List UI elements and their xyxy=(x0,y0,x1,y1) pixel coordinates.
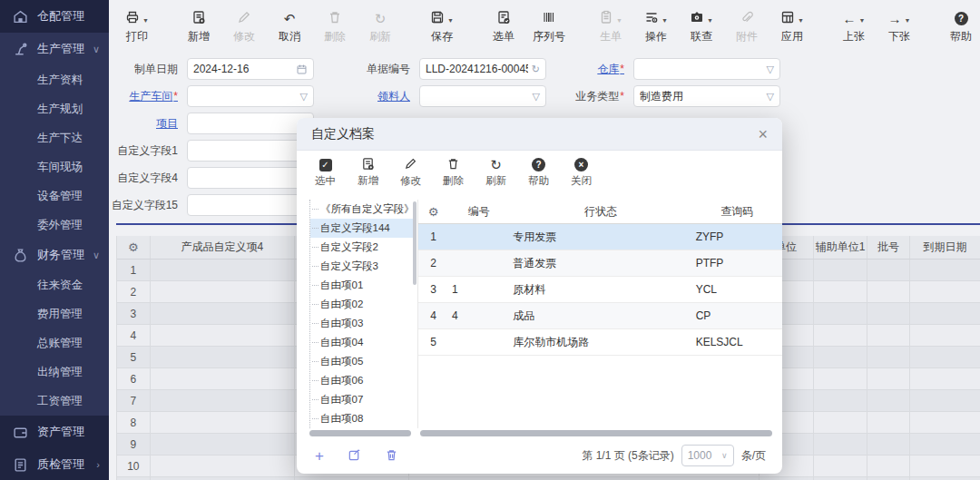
tree-item[interactable]: 自由项01 xyxy=(310,276,416,295)
sidebar-item-finance-mgmt[interactable]: 财务管理 ∨ xyxy=(0,240,109,270)
column-header: 编号 xyxy=(448,200,509,223)
funnel-icon[interactable]: ▽ xyxy=(767,64,774,75)
tree-item[interactable]: 《所有自定义字段》 xyxy=(310,200,416,219)
dialog-add-button[interactable]: 新增 xyxy=(358,157,378,188)
sidebar-item-current-funds[interactable]: 往来资金 xyxy=(0,270,109,299)
sidebar-item-outsourcing-mgmt[interactable]: 委外管理 xyxy=(0,211,109,240)
delete-row-icon[interactable] xyxy=(385,448,398,464)
dialog-close-icon[interactable]: × xyxy=(758,126,768,142)
sidebar-item-workshop-site[interactable]: 车间现场 xyxy=(0,152,109,181)
dialog-select-button[interactable]: ✓ 选中 xyxy=(315,157,336,188)
refresh-icon[interactable]: ↻ xyxy=(532,64,540,75)
project-label-link[interactable]: 项目 xyxy=(98,113,178,134)
caret-down-icon[interactable]: ▼ xyxy=(859,17,866,24)
sidebar-item-payroll-mgmt[interactable]: 工资管理 xyxy=(0,387,109,416)
table-row[interactable]: 4 4 成品 CP xyxy=(418,303,782,329)
serial-number-button[interactable]: 序列号 xyxy=(528,10,570,44)
dialog-delete-button[interactable]: 删除 xyxy=(443,157,464,188)
workshop-label-link[interactable]: 生产车间* xyxy=(98,85,178,107)
custom-field4-input[interactable] xyxy=(187,167,314,189)
caret-down-icon[interactable]: ▼ xyxy=(662,17,668,24)
caret-down-icon[interactable]: ▼ xyxy=(447,17,454,24)
gear-icon[interactable]: ⚙ xyxy=(128,240,139,254)
quality-doc-icon xyxy=(13,457,28,473)
caret-down-icon[interactable]: ▼ xyxy=(905,17,911,24)
refresh-button: ↻ 刷新 xyxy=(359,10,401,44)
funnel-icon[interactable]: ▽ xyxy=(300,91,308,103)
caret-down-icon[interactable]: ▼ xyxy=(798,17,804,24)
add-button[interactable]: 新增 xyxy=(178,10,220,44)
sidebar-item-production-planning[interactable]: 生产规划 xyxy=(0,94,109,123)
printer-icon xyxy=(125,10,140,27)
custom-field1-input[interactable] xyxy=(187,140,314,162)
tree-item[interactable]: 自由项02 xyxy=(310,295,416,314)
sidebar-item-asset-mgmt[interactable]: 资产管理 xyxy=(0,416,109,448)
workshop-input[interactable]: ▽ xyxy=(187,85,314,107)
select-doc-button[interactable]: 选单 xyxy=(483,10,524,44)
table-horizontal-scrollbar[interactable] xyxy=(420,430,772,436)
biz-type-input[interactable]: 制造费用 ▽ xyxy=(633,85,780,107)
sidebar-item-production-release[interactable]: 生产下达 xyxy=(0,123,109,152)
custom-field15-input[interactable] xyxy=(187,194,314,216)
funnel-icon[interactable]: ▽ xyxy=(767,91,774,103)
table-row[interactable]: 3 1 原材料 YCL xyxy=(418,277,782,303)
help-button[interactable]: ? 帮助 xyxy=(940,10,980,44)
tree-item-selected[interactable]: 自定义字段144 xyxy=(310,219,416,238)
gear-icon[interactable]: ⚙ xyxy=(428,205,439,219)
custom-field15-label: 自定义字段15 xyxy=(98,194,178,216)
tree-vertical-scrollbar[interactable] xyxy=(413,201,416,285)
caret-down-icon[interactable]: ▼ xyxy=(707,17,713,24)
sidebar-item-warehouse-mgmt[interactable]: 仓配管理 xyxy=(0,0,109,33)
picker-input[interactable]: ▽ xyxy=(419,85,546,107)
funnel-icon[interactable]: ▽ xyxy=(533,91,540,103)
tree-item[interactable]: 自由项06 xyxy=(310,371,416,390)
previous-doc-button[interactable]: ←▼ 上张 xyxy=(833,10,875,44)
next-doc-button[interactable]: →▼ 下张 xyxy=(878,10,920,44)
generate-doc-button: ▼ 生单 xyxy=(590,10,632,44)
tree-item[interactable]: 自由项08 xyxy=(310,409,416,428)
sidebar-item-production-data[interactable]: 生产资料 xyxy=(0,65,109,94)
tree-item[interactable]: 自由项07 xyxy=(310,390,416,409)
tree-item[interactable]: 自由项04 xyxy=(310,333,416,352)
dialog-modify-button[interactable]: 修改 xyxy=(400,157,421,188)
dialog-footer: + 第 1/1 页 (5条记录) 1000 ∨ 条/页 xyxy=(297,437,782,474)
add-row-icon[interactable]: + xyxy=(315,448,324,464)
print-button[interactable]: ▼ 打印 xyxy=(116,10,158,44)
tree-horizontal-scrollbar[interactable] xyxy=(309,430,411,436)
sidebar-item-cashier-mgmt[interactable]: 出纳管理 xyxy=(0,358,109,387)
dialog-titlebar: 自定义档案 × xyxy=(297,118,782,151)
dialog-refresh-button[interactable]: ↻ 刷新 xyxy=(485,157,506,188)
doc-plus-icon xyxy=(361,157,375,173)
make-date-input[interactable]: 2024-12-16 xyxy=(187,58,314,80)
calendar-icon[interactable] xyxy=(296,64,308,75)
warehouse-input[interactable]: ▽ xyxy=(633,58,780,80)
dialog-help-button[interactable]: ? 帮助 xyxy=(528,157,549,188)
tree-item[interactable]: 自由项05 xyxy=(310,352,416,371)
sidebar-item-equipment-mgmt[interactable]: 设备管理 xyxy=(0,181,109,211)
doc-no-input[interactable]: LLD-20241216-00045 ↻ xyxy=(419,58,546,80)
table-row[interactable]: 2 普通发票 PTFP xyxy=(418,250,782,277)
save-button[interactable]: ▼ 保存 xyxy=(421,10,463,44)
sidebar-item-general-ledger[interactable]: 总账管理 xyxy=(0,328,109,358)
sidebar-item-production-mgmt[interactable]: 生产管理 ∨ xyxy=(0,33,109,65)
arrow-left-icon: ← xyxy=(843,12,857,26)
sidebar-item-quality-mgmt[interactable]: 质检管理 › xyxy=(0,448,109,480)
cancel-button[interactable]: ↶ 取消 xyxy=(269,10,310,44)
table-row[interactable]: 1 专用发票 ZYFP xyxy=(418,224,782,250)
table-row[interactable]: 5 库尔勒市机场路 KELSJCL xyxy=(418,329,782,356)
operations-button[interactable]: ▼ 操作 xyxy=(635,10,677,44)
apply-button[interactable]: ▼ 应用 xyxy=(771,10,813,44)
tree-item[interactable]: 自由项03 xyxy=(310,314,416,333)
tree-item[interactable]: 自定义字段3 xyxy=(310,257,416,276)
tree-item[interactable]: 自定义字段2 xyxy=(310,238,416,257)
dialog-close-button[interactable]: × 关闭 xyxy=(571,157,592,188)
sidebar-item-expense-mgmt[interactable]: 费用管理 xyxy=(0,299,109,328)
warehouse-label-link[interactable]: 仓库* xyxy=(552,58,624,80)
linked-query-button[interactable]: ▼ 联查 xyxy=(681,10,722,44)
picker-label-link[interactable]: 领料人 xyxy=(338,85,410,107)
caret-down-icon[interactable]: ▼ xyxy=(142,17,149,24)
project-input[interactable] xyxy=(187,113,314,134)
custom-field1-label: 自定义字段1 xyxy=(98,140,178,162)
edit-row-icon[interactable] xyxy=(348,448,361,464)
page-size-select[interactable]: 1000 ∨ xyxy=(681,445,734,466)
